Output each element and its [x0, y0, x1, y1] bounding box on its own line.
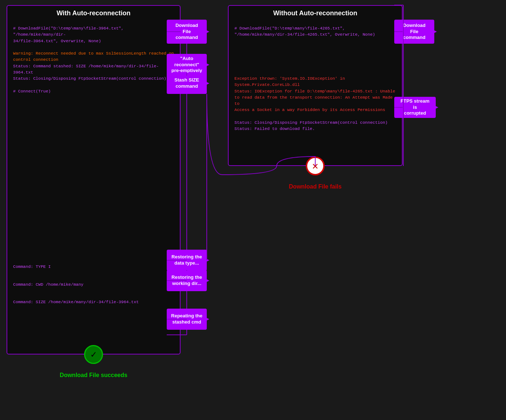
left-terminal-lower: Command: TYPE I Command: CWD /home/mike/…: [13, 262, 139, 306]
right-cmd-1: # DownloadFile("D:\temp\many\file-4265.t…: [234, 26, 375, 37]
left-status-2: Status: Closing/Disposing FtpSocketStrea…: [13, 76, 166, 81]
left-status-1: Status: Command stashed: SIZE /home/mike…: [13, 64, 159, 75]
right-panel: Without Auto-reconnection # DownloadFile…: [228, 5, 403, 166]
left-panel-title: With Auto-reconnection: [7, 6, 180, 20]
badge-restore-dir: Restoring the working dir...: [167, 270, 207, 291]
fail-label: Download File fails: [289, 183, 342, 190]
main-container: With Auto-reconnection # DownloadFile("D…: [0, 0, 506, 420]
right-status-2: Status: Failed to download file.: [234, 126, 315, 131]
badge-ftps-corrupted: FTPS stream is corrupted: [394, 97, 436, 118]
badge-download-left: Download File command: [167, 20, 207, 44]
badge-download-right: Download File command: [394, 20, 434, 44]
left-cmd-1: # DownloadFile("D:\temp\many\file-3964.t…: [13, 26, 124, 43]
right-terminal: # DownloadFile("D:\temp\many\file-4265.t…: [229, 20, 402, 135]
badge-restore-data: Restoring the data type...: [167, 250, 207, 271]
right-panel-title: Without Auto-reconnection: [229, 6, 402, 20]
left-type-cmd: Command: TYPE I: [13, 264, 51, 269]
right-exception: Exception thrown: 'System.IO.IOException…: [234, 76, 395, 112]
badge-stash-size: Stash SIZE command: [167, 73, 207, 94]
success-indicator: ✓: [84, 345, 103, 364]
left-terminal: # DownloadFile("D:\temp\many\file-3964.t…: [7, 20, 180, 98]
badge-auto-reconnect: "Auto reconnect" pre-emptively: [167, 54, 207, 76]
success-circle: ✓: [84, 345, 103, 364]
right-status-1: Status: Closing/Disposing FtpSocketStrea…: [234, 120, 388, 125]
left-warning: Warning: Reconnect needed due to max Ssl…: [13, 51, 174, 62]
success-label: Download File succeeds: [60, 372, 127, 379]
left-connect: # Connect(True): [13, 89, 51, 94]
left-panel: With Auto-reconnection # DownloadFile("D…: [7, 5, 181, 354]
badge-repeating: Repeating the stashed cmd: [167, 309, 207, 330]
fail-circle: ✕: [306, 156, 325, 175]
left-size-cmd: Command: SIZE /home/mike/many/dir-34/fil…: [13, 300, 139, 304]
left-cwd-cmd: Command: CWD /home/mike/many: [13, 282, 83, 287]
fail-indicator: ✕: [306, 156, 325, 175]
